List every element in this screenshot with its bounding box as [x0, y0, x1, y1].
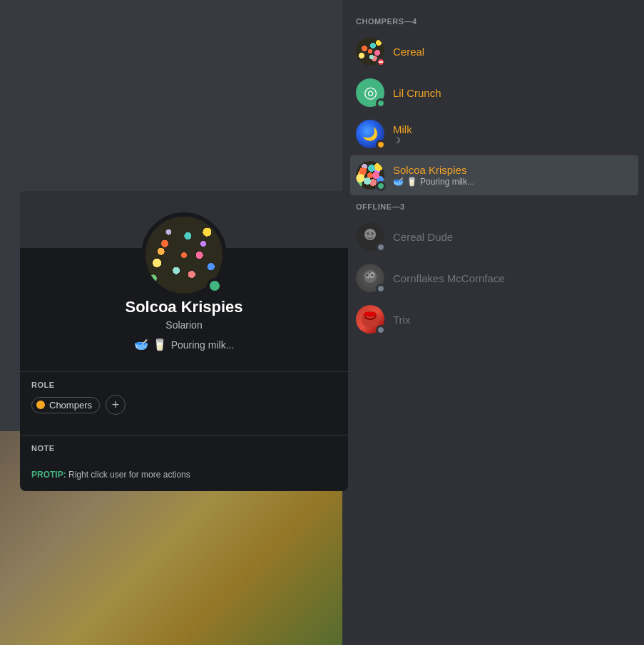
solcoa-emoji2: 🥛 — [407, 177, 417, 187]
member-avatar-milk: 🌙 — [356, 120, 384, 148]
role-badge[interactable]: Chompers — [31, 397, 100, 413]
member-name-lil-crunch: Lil Crunch — [393, 87, 441, 99]
note-section: NOTE — [20, 444, 348, 464]
svg-point-1 — [367, 232, 369, 235]
member-item-lil-crunch[interactable]: ◎ Lil Crunch — [350, 73, 638, 113]
role-section: ROLE Chompers + — [20, 381, 348, 426]
member-item-trix[interactable]: Trix — [350, 299, 638, 339]
member-item-milk[interactable]: 🌙 Milk ☽ — [350, 114, 638, 154]
member-item-solcoa[interactable]: Solcoa Krispies 🥣 🥛 Pouring milk... — [350, 155, 638, 195]
member-name-cornflakes: Cornflakes McCornface — [393, 272, 505, 284]
note-label: NOTE — [31, 444, 337, 453]
svg-rect-12 — [365, 312, 375, 316]
member-name-solcoa: Solcoa Krispies — [393, 164, 474, 176]
trix-offline-icon — [376, 325, 386, 335]
member-info-solcoa: Solcoa Krispies 🥣 🥛 Pouring milk... — [393, 164, 474, 187]
role-name: Chompers — [49, 400, 92, 411]
member-avatar-lil-crunch: ◎ — [356, 78, 384, 107]
member-avatar-cereal — [356, 37, 384, 66]
member-item-cereal-dude[interactable]: Cereal Dude — [350, 217, 638, 257]
member-name-cereal-dude: Cereal Dude — [393, 231, 453, 243]
milk-crescent-icon: ☽ — [393, 135, 401, 145]
divider-2 — [20, 435, 348, 435]
divider-1 — [20, 371, 348, 372]
protip: PROTIP: Right click user for more action… — [20, 464, 348, 491]
profile-name: Solcoa Krispies — [31, 298, 337, 316]
online-section-header: CHOMPERS—4 — [350, 11, 638, 29]
discord-logo-icon: ◎ — [364, 83, 377, 102]
profile-tag: Solarion — [31, 319, 337, 331]
member-avatar-cereal-dude — [356, 222, 384, 251]
status-emoji-1: 🥣 — [134, 338, 148, 351]
avatar-wrapper — [141, 212, 227, 298]
milk-status: ☽ — [393, 135, 412, 145]
add-role-button[interactable]: + — [106, 395, 126, 415]
svg-point-2 — [371, 232, 374, 235]
member-avatar-cornflakes — [356, 264, 384, 292]
online-status-dot — [207, 278, 223, 294]
cereal-dude-offline-icon — [376, 242, 386, 252]
solcoa-status-text: 🥣 🥛 Pouring milk... — [393, 177, 474, 187]
member-name-trix: Trix — [393, 314, 410, 326]
dnd-status-icon — [376, 57, 386, 67]
offline-section-header: OFFLINE—3 — [350, 197, 638, 214]
solcoa-status-label: Pouring milk... — [420, 177, 474, 187]
role-container: Chompers + — [31, 395, 337, 415]
svg-point-7 — [372, 274, 374, 277]
solcoa-online-icon — [376, 181, 386, 191]
svg-point-6 — [367, 274, 369, 277]
role-dot — [36, 401, 45, 409]
member-avatar-solcoa — [356, 161, 384, 190]
solcoa-emoji1: 🥣 — [393, 177, 404, 187]
member-name-cereal: Cereal — [393, 46, 424, 58]
member-info-milk: Milk ☽ — [393, 123, 412, 145]
member-avatar-trix — [356, 305, 384, 334]
role-label: ROLE — [31, 381, 337, 389]
profile-status: 🥣 🥛 Pouring milk... — [31, 338, 337, 351]
status-text: Pouring milk... — [171, 339, 235, 351]
profile-card: Solcoa Krispies Solarion 🥣 🥛 Pouring mil… — [20, 191, 348, 491]
status-emoji-2: 🥛 — [153, 338, 167, 351]
member-item-cereal[interactable]: Cereal — [350, 31, 638, 71]
member-name-milk: Milk — [393, 123, 412, 135]
protip-label: PROTIP: — [31, 470, 66, 480]
online-status-icon — [376, 98, 386, 108]
member-item-cornflakes[interactable]: Cornflakes McCornface — [350, 258, 638, 298]
member-list: CHOMPERS—4 Cereal ◎ Lil Crunch 🌙 — [344, 0, 644, 645]
protip-text: Right click user for more actions — [68, 470, 190, 480]
cornflakes-offline-icon — [376, 284, 386, 294]
idle-status-icon — [376, 140, 386, 150]
